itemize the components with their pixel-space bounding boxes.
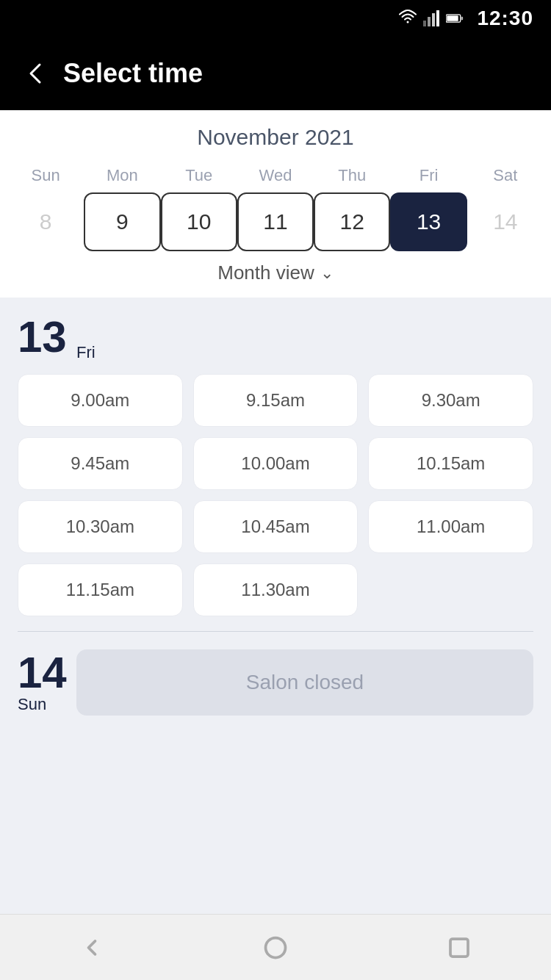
time-slot-945[interactable]: 9.45am (18, 437, 183, 490)
back-button[interactable] (22, 60, 48, 87)
date-cell-12[interactable]: 12 (314, 192, 390, 251)
timeslots-section: 13 Fri 9.00am 9.15am 9.30am 9.45am 10.00… (0, 298, 551, 914)
day-block-13: 13 Fri 9.00am 9.15am 9.30am 9.45am 10.00… (0, 298, 551, 631)
chevron-down-icon: ⌄ (320, 264, 334, 283)
month-view-toggle[interactable]: Month view ⌄ (0, 251, 551, 298)
svg-rect-2 (428, 17, 431, 26)
time-slot-930[interactable]: 9.30am (368, 374, 533, 427)
salon-closed-label: Salon closed (246, 671, 364, 694)
battery-icon (446, 10, 464, 27)
day-name-13: Fri (76, 343, 96, 362)
header: Select time (0, 37, 551, 110)
weekday-thu: Thu (314, 162, 390, 190)
month-view-label: Month view (217, 262, 314, 284)
svg-rect-9 (450, 939, 468, 956)
month-title: November 2021 (0, 125, 551, 150)
slots-grid-13: 9.00am 9.15am 9.30am 9.45am 10.00am 10.1… (18, 374, 533, 616)
svg-rect-1 (423, 21, 426, 26)
time-slot-1100[interactable]: 11.00am (368, 500, 533, 553)
time-slot-915[interactable]: 9.15am (193, 374, 359, 427)
svg-rect-6 (447, 15, 458, 21)
date-row: 8 9 10 11 12 13 14 (0, 192, 551, 251)
day-header-13: 13 Fri (18, 315, 533, 362)
date-cell-8[interactable]: 8 (7, 192, 84, 251)
closed-day-header-14: 14 Sun (18, 651, 76, 714)
status-bar: 12:30 (0, 0, 551, 37)
salon-closed-box: Salon closed (76, 649, 533, 716)
weekday-row: Sun Mon Tue Wed Thu Fri Sat (0, 162, 551, 190)
nav-back-button[interactable] (77, 933, 107, 962)
time-slot-1015[interactable]: 10.15am (368, 437, 533, 490)
weekday-tue: Tue (161, 162, 237, 190)
status-icons (399, 10, 464, 27)
time-slot-1045[interactable]: 10.45am (193, 500, 359, 553)
time-slot-1130[interactable]: 11.30am (193, 563, 359, 616)
page-title: Select time (63, 58, 203, 89)
date-cell-11[interactable]: 11 (237, 192, 314, 251)
closed-block-14: 14 Sun Salon closed (0, 632, 551, 730)
date-cell-14[interactable]: 14 (467, 192, 544, 251)
weekday-mon: Mon (84, 162, 160, 190)
weekday-sun: Sun (7, 162, 84, 190)
closed-day-name-14: Sun (18, 695, 46, 714)
date-cell-10[interactable]: 10 (161, 192, 237, 251)
svg-rect-4 (436, 10, 439, 26)
date-cell-13[interactable]: 13 (390, 192, 467, 251)
wifi-icon (399, 10, 417, 27)
closed-day-number-14: 14 (18, 651, 67, 695)
time-slot-1030[interactable]: 10.30am (18, 500, 183, 553)
status-time: 12:30 (477, 7, 533, 30)
nav-home-button[interactable] (261, 933, 290, 962)
svg-rect-3 (432, 13, 435, 26)
time-slot-900[interactable]: 9.00am (18, 374, 183, 427)
weekday-wed: Wed (237, 162, 314, 190)
weekday-sat: Sat (467, 162, 544, 190)
weekday-fri: Fri (390, 162, 467, 190)
nav-recents-button[interactable] (444, 933, 474, 962)
time-slot-1000[interactable]: 10.00am (193, 437, 359, 490)
bottom-nav (0, 914, 551, 980)
svg-rect-7 (461, 17, 464, 20)
signal-icon (422, 10, 440, 27)
calendar-section: November 2021 Sun Mon Tue Wed Thu Fri Sa… (0, 110, 551, 298)
day-number-13: 13 (18, 315, 76, 359)
svg-point-0 (407, 21, 409, 24)
svg-point-8 (266, 937, 286, 957)
date-cell-9[interactable]: 9 (84, 192, 160, 251)
time-slot-1115[interactable]: 11.15am (18, 563, 183, 616)
